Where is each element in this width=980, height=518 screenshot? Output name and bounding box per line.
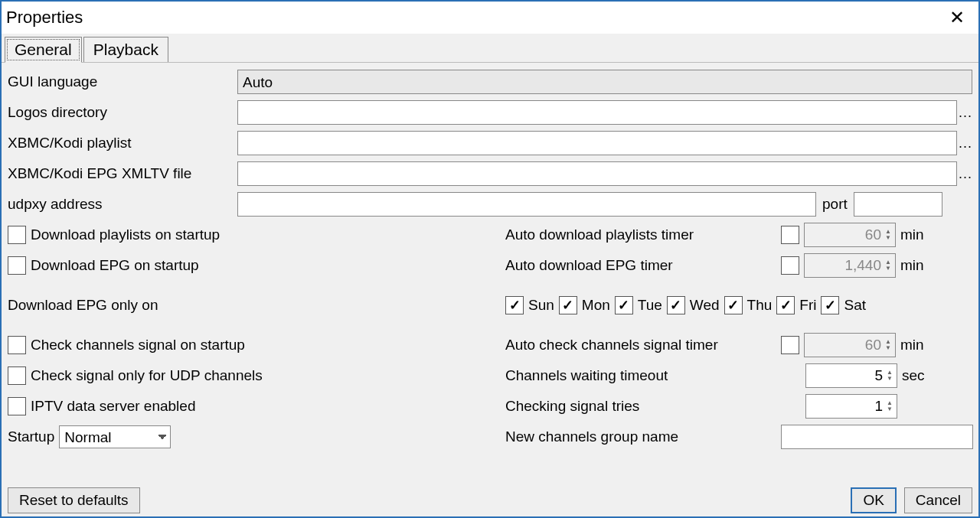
day-mon-checkbox[interactable] [559, 296, 577, 314]
checking-signal-tries-label: Checking signal tries [505, 398, 805, 415]
close-icon[interactable]: ✕ [942, 8, 972, 27]
dl-epg-startup-label: Download EPG on startup [31, 257, 199, 274]
kodi-playlist-label: XBMC/Kodi playlist [8, 135, 237, 151]
new-channels-group-label: New channels group name [505, 428, 781, 445]
check-channels-startup-checkbox[interactable] [8, 336, 26, 354]
kodi-playlist-input[interactable] [237, 131, 957, 155]
udpxy-addr-input[interactable] [237, 192, 816, 217]
auto-dl-playlists-timer-input[interactable] [804, 223, 896, 247]
port-label: port [822, 196, 848, 213]
unit-min: min [900, 257, 924, 274]
kodi-epg-browse-button[interactable]: ... [957, 166, 972, 182]
auto-dl-epg-timer-input[interactable] [804, 253, 896, 278]
check-udp-only-checkbox[interactable] [8, 367, 26, 385]
footer: Reset to defaults OK Cancel [8, 487, 972, 513]
day-sun-label: Sun [528, 297, 554, 314]
properties-window: Properties ✕ General Playback GUI langua… [0, 0, 980, 518]
channels-wait-timeout-label: Channels waiting timeout [505, 367, 805, 384]
tab-general[interactable]: General [5, 37, 82, 63]
day-sat-label: Sat [844, 297, 866, 314]
kodi-epg-input[interactable] [237, 161, 957, 186]
logos-dir-input[interactable] [237, 100, 957, 125]
gui-language-label: GUI language [8, 73, 237, 90]
startup-select[interactable]: Normal [59, 425, 171, 448]
gui-language-select[interactable]: Auto [237, 70, 972, 94]
channels-wait-timeout-input[interactable] [805, 363, 897, 388]
day-tue-label: Tue [638, 297, 662, 314]
iptv-server-enabled-checkbox[interactable] [8, 397, 26, 415]
day-fri-checkbox[interactable] [776, 296, 795, 314]
cancel-button[interactable]: Cancel [904, 487, 972, 513]
unit-min: min [900, 226, 924, 243]
kodi-epg-label: XBMC/Kodi EPG XMLTV file [8, 165, 237, 182]
auto-check-signal-timer-label: Auto check channels signal timer [505, 337, 781, 353]
day-sat-checkbox[interactable] [821, 296, 839, 314]
auto-check-signal-timer-input[interactable] [804, 333, 896, 357]
reset-defaults-button[interactable]: Reset to defaults [8, 487, 140, 513]
check-channels-startup-label: Check channels signal on startup [31, 337, 245, 353]
auto-dl-epg-timer-label: Auto download EPG timer [505, 257, 781, 274]
ok-button[interactable]: OK [851, 487, 896, 513]
day-wed-label: Wed [690, 297, 720, 314]
dl-epg-only-on-label: Download EPG only on [8, 297, 158, 314]
iptv-server-enabled-label: IPTV data server enabled [31, 398, 195, 415]
startup-label: Startup [8, 428, 54, 445]
auto-dl-playlists-timer-checkbox[interactable] [781, 226, 799, 244]
auto-dl-playlists-timer-label: Auto download playlists timer [505, 226, 781, 243]
day-mon-label: Mon [582, 297, 610, 314]
day-fri-label: Fri [799, 297, 816, 314]
udpxy-addr-label: udpxy address [8, 196, 237, 213]
unit-sec: sec [902, 367, 925, 384]
day-sun-checkbox[interactable] [505, 296, 524, 314]
tab-content: GUI language Auto Logos directory ... XB… [2, 63, 978, 454]
tab-bar: General Playback [2, 34, 978, 63]
unit-min: min [900, 337, 924, 353]
port-input[interactable] [854, 192, 942, 217]
checking-signal-tries-input[interactable] [805, 394, 897, 419]
dl-playlists-startup-label: Download playlists on startup [31, 226, 220, 243]
dl-playlists-startup-checkbox[interactable] [8, 226, 26, 244]
tab-playback[interactable]: Playback [83, 37, 168, 62]
window-title: Properties [6, 8, 83, 28]
days-group: Sun Mon Tue Wed Thu Fri Sat [505, 292, 972, 318]
dl-epg-startup-checkbox[interactable] [8, 256, 26, 275]
day-thu-checkbox[interactable] [724, 296, 743, 314]
check-udp-only-label: Check signal only for UDP channels [31, 367, 263, 384]
day-tue-checkbox[interactable] [615, 296, 633, 314]
day-wed-checkbox[interactable] [667, 296, 685, 314]
auto-check-signal-timer-checkbox[interactable] [781, 336, 799, 354]
kodi-playlist-browse-button[interactable]: ... [957, 135, 972, 151]
titlebar: Properties ✕ [2, 2, 978, 34]
day-thu-label: Thu [747, 297, 773, 314]
logos-dir-browse-button[interactable]: ... [957, 105, 972, 121]
new-channels-group-input[interactable] [781, 425, 973, 449]
logos-dir-label: Logos directory [8, 104, 237, 121]
auto-dl-epg-timer-checkbox[interactable] [781, 256, 799, 275]
